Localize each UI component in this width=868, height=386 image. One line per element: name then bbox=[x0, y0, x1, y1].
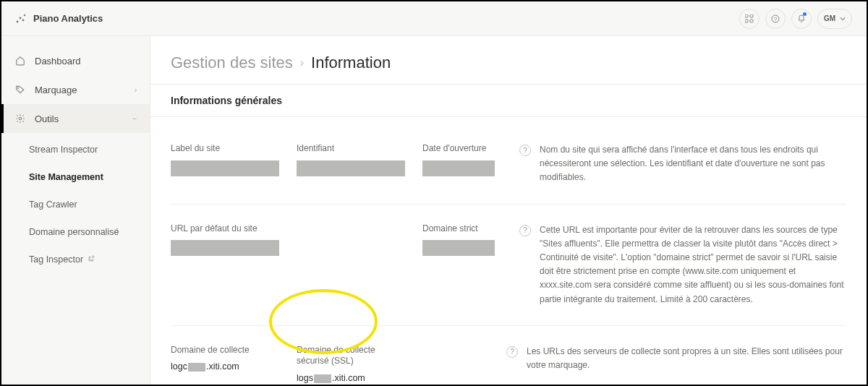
value-suffix: .xiti.com bbox=[332, 373, 365, 383]
value-prefix: logc bbox=[171, 361, 187, 372]
svg-point-2 bbox=[22, 19, 25, 21]
info-icon[interactable]: ? bbox=[506, 346, 518, 358]
home-icon bbox=[14, 56, 26, 66]
field-label: URL par défaut du site bbox=[171, 223, 279, 235]
svg-text:?: ? bbox=[774, 16, 778, 22]
breadcrumb-parent[interactable]: Gestion des sites bbox=[171, 53, 293, 72]
info-row-url: URL par défaut du site Domaine strict ? … bbox=[171, 204, 846, 325]
svg-rect-6 bbox=[745, 20, 748, 22]
chevron-down-icon bbox=[840, 16, 846, 22]
sidebar-item-outils[interactable]: Outils − bbox=[1, 104, 150, 133]
help-column: ? Cette URL est importante pour éviter d… bbox=[512, 223, 846, 306]
sidebar-item-dashboard[interactable]: Dashboard bbox=[1, 46, 150, 75]
sidebar-subitem-stream-inspector[interactable]: Stream Inspector bbox=[29, 137, 150, 162]
value-prefix: logs bbox=[297, 373, 313, 383]
field-value: logs.xiti.com bbox=[297, 373, 405, 383]
tag-icon bbox=[14, 85, 26, 95]
sidebar-subitem-label: Stream Inspector bbox=[29, 145, 98, 155]
sidebar-subitem-label: Domaine personnalisé bbox=[29, 227, 119, 237]
svg-point-3 bbox=[24, 14, 25, 15]
svg-point-11 bbox=[19, 117, 22, 120]
chevron-right-icon: › bbox=[135, 86, 137, 94]
svg-point-0 bbox=[17, 20, 19, 22]
field-label-site: Label du site bbox=[171, 143, 279, 176]
brand[interactable]: Piano Analytics bbox=[14, 13, 103, 25]
topbar: Piano Analytics ? GM bbox=[1, 1, 867, 36]
svg-rect-5 bbox=[750, 14, 753, 17]
field-domaine-collecte-ssl: Domaine de collecte sécurisé (SSL) logs.… bbox=[297, 345, 405, 383]
field-spacer bbox=[297, 223, 405, 257]
redacted-value bbox=[171, 240, 279, 256]
sidebar-subitem-label: Site Management bbox=[29, 172, 103, 182]
help-column: ? Les URLs des serveurs de collecte sont… bbox=[499, 345, 846, 372]
sidebar-subitem-site-management[interactable]: Site Management bbox=[29, 165, 150, 189]
sidebar: Dashboard Marquage › Outils − Stream Ins… bbox=[1, 36, 150, 385]
sidebar-subitem-label: Tag Inspector bbox=[29, 254, 83, 265]
redacted-fragment bbox=[314, 374, 331, 383]
svg-point-10 bbox=[18, 87, 19, 88]
brand-name: Piano Analytics bbox=[33, 13, 103, 24]
field-label: Domaine de collecte sécurisé (SSL) bbox=[297, 345, 405, 367]
top-actions: ? GM bbox=[739, 9, 852, 29]
sidebar-subitem-domaine-personnalise[interactable]: Domaine personnalisé bbox=[29, 220, 150, 244]
sidebar-item-label: Dashboard bbox=[35, 56, 137, 67]
help-text: Nom du site qui sera affiché dans l'inte… bbox=[540, 143, 846, 185]
field-label: Domaine strict bbox=[422, 223, 495, 235]
brand-logo-icon bbox=[14, 13, 26, 25]
sidebar-subitem-tag-crawler[interactable]: Tag Crawler bbox=[29, 192, 150, 217]
breadcrumb: Gestion des sites › Information bbox=[150, 36, 867, 84]
info-icon[interactable]: ? bbox=[519, 145, 531, 156]
field-url-defaut: URL par défaut du site bbox=[171, 223, 279, 257]
svg-point-1 bbox=[20, 17, 22, 19]
help-column: ? Nom du site qui sera affiché dans l'in… bbox=[512, 143, 846, 185]
info-row-general: Label du site Identifiant Date d'ouvertu… bbox=[171, 124, 846, 204]
chevron-right-icon: › bbox=[300, 56, 304, 69]
help-text: Les URLs des serveurs de collecte sont p… bbox=[527, 345, 846, 372]
sidebar-subitems: Stream Inspector Site Management Tag Cra… bbox=[1, 133, 150, 276]
field-date-ouverture: Date d'ouverture bbox=[422, 143, 495, 176]
redacted-value bbox=[422, 240, 495, 256]
user-initials: GM bbox=[824, 14, 835, 22]
field-domaine-strict: Domaine strict bbox=[422, 223, 495, 257]
sidebar-subitem-tag-inspector[interactable]: Tag Inspector bbox=[29, 247, 150, 272]
gear-icon bbox=[14, 113, 26, 124]
field-label: Identifiant bbox=[297, 143, 405, 155]
sidebar-item-marquage[interactable]: Marquage › bbox=[1, 75, 150, 104]
sidebar-item-label: Outils bbox=[35, 113, 124, 124]
info-icon[interactable]: ? bbox=[519, 225, 531, 236]
notification-dot-icon bbox=[803, 12, 807, 16]
external-link-icon bbox=[88, 254, 95, 265]
help-icon[interactable]: ? bbox=[765, 9, 786, 29]
bell-icon[interactable] bbox=[791, 9, 812, 29]
breadcrumb-current: Information bbox=[311, 53, 391, 72]
field-label: Label du site bbox=[171, 143, 279, 155]
user-menu[interactable]: GM bbox=[817, 9, 852, 29]
apps-icon[interactable] bbox=[739, 9, 760, 29]
main-content: Gestion des sites › Information Informat… bbox=[150, 36, 867, 385]
svg-rect-7 bbox=[750, 20, 753, 22]
section-title: Informations générales bbox=[150, 84, 867, 117]
help-text: Cette URL est importante pour éviter de … bbox=[540, 223, 846, 306]
value-suffix: .xiti.com bbox=[206, 361, 239, 372]
redacted-fragment bbox=[188, 363, 205, 372]
field-label: Domaine de collecte bbox=[171, 345, 279, 356]
svg-rect-4 bbox=[745, 14, 748, 17]
collapse-icon: − bbox=[132, 115, 137, 123]
field-domaine-collecte: Domaine de collecte logc.xiti.com bbox=[171, 345, 279, 383]
sidebar-item-label: Marquage bbox=[35, 85, 126, 95]
redacted-value bbox=[422, 160, 495, 176]
sidebar-subitem-label: Tag Crawler bbox=[29, 200, 77, 210]
field-identifiant: Identifiant bbox=[297, 143, 405, 176]
redacted-value bbox=[297, 160, 405, 176]
redacted-value bbox=[171, 160, 279, 176]
field-value: logc.xiti.com bbox=[171, 361, 279, 372]
field-label: Date d'ouverture bbox=[422, 143, 495, 155]
info-row-collecte: Domaine de collecte logc.xiti.com Domain… bbox=[171, 325, 846, 385]
